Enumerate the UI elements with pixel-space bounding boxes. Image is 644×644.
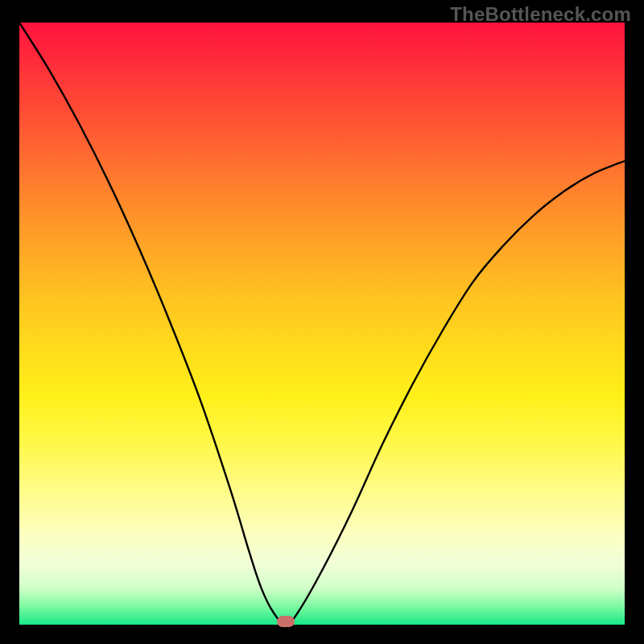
optimal-marker: [277, 616, 295, 627]
bottleneck-curve: [19, 23, 625, 625]
curve-svg: [19, 23, 625, 625]
chart-frame: TheBottleneck.com: [0, 0, 644, 644]
plot-area: [19, 23, 625, 625]
